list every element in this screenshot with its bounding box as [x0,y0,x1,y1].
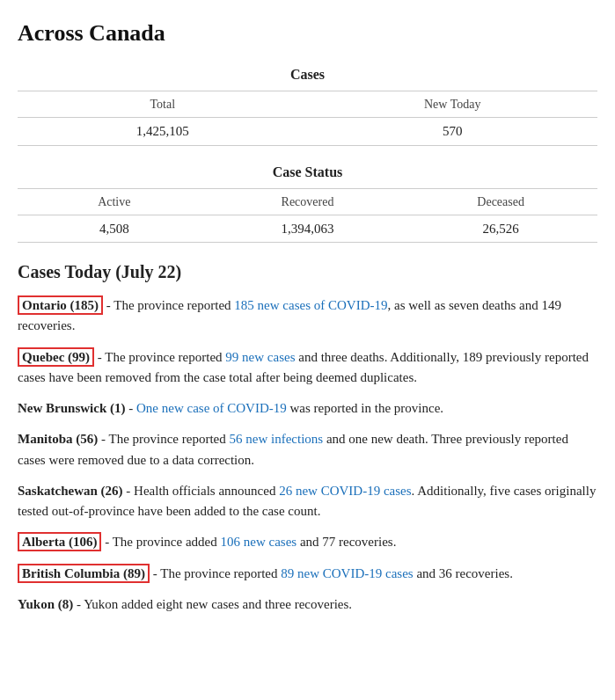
cases-table: Total New Today 1,425,105 570 [18,91,597,146]
province-item-saskatchewan: Saskatchewan (26) - Health officials ann… [18,481,597,522]
province-name-new-brunswick: New Brunswick (1) [18,401,126,415]
province-link-british-columbia[interactable]: 89 new COVID-19 cases [281,566,413,580]
page-title: Across Canada [18,16,597,50]
province-list: Ontario (185) - The province reported 18… [18,295,597,615]
cases-section: Cases Total New Today 1,425,105 570 [18,64,597,146]
province-link-alberta[interactable]: 106 new cases [221,535,297,549]
status-active-value: 4,508 [18,215,211,243]
cases-col-total: Total [18,91,308,118]
cases-col-new-today: New Today [308,91,598,118]
province-link-saskatchewan[interactable]: 26 new COVID-19 cases [279,484,411,498]
status-col-active: Active [18,188,211,215]
cases-today-title: Cases Today (July 22) [18,259,597,285]
province-item-british-columbia: British Columbia (89) - The province rep… [18,564,597,584]
province-link-quebec[interactable]: 99 new cases [225,350,295,364]
province-name-british-columbia: British Columbia (89) [18,564,150,583]
province-name-ontario: Ontario (185) [18,295,103,315]
province-name-yukon: Yukon (8) [18,597,73,611]
status-deceased-value: 26,526 [404,215,597,243]
province-item-yukon: Yukon (8) - Yukon added eight new cases … [18,594,597,615]
cases-total-value: 1,425,105 [18,118,308,146]
status-col-deceased: Deceased [404,188,597,215]
status-recovered-value: 1,394,063 [211,215,405,243]
case-status-table: Active Recovered Deceased 4,508 1,394,06… [18,188,597,244]
case-status-section: Case Status Active Recovered Deceased 4,… [18,162,597,244]
province-item-new-brunswick: New Brunswick (1) - One new case of COVI… [18,398,597,419]
province-link-ontario[interactable]: 185 new cases of COVID-19 [234,298,387,312]
page-container: Across Canada Cases Total New Today 1,42… [0,0,615,646]
province-item-ontario: Ontario (185) - The province reported 18… [18,295,597,337]
province-name-saskatchewan: Saskatchewan (26) [18,484,123,498]
province-name-alberta: Alberta (106) [18,532,101,551]
province-item-alberta: Alberta (106) - The province added 106 n… [18,532,597,552]
province-link-new-brunswick[interactable]: One new case of COVID-19 [136,401,287,415]
province-link-manitoba[interactable]: 56 new infections [230,432,324,446]
cases-section-title: Cases [18,64,597,85]
cases-new-today-value: 570 [308,118,598,146]
case-status-section-title: Case Status [18,162,597,183]
province-name-manitoba: Manitoba (56) [18,432,98,446]
province-item-manitoba: Manitoba (56) - The province reported 56… [18,429,597,470]
province-item-quebec: Quebec (99) - The province reported 99 n… [18,347,597,389]
status-col-recovered: Recovered [211,188,405,215]
province-name-quebec: Quebec (99) [18,347,94,367]
